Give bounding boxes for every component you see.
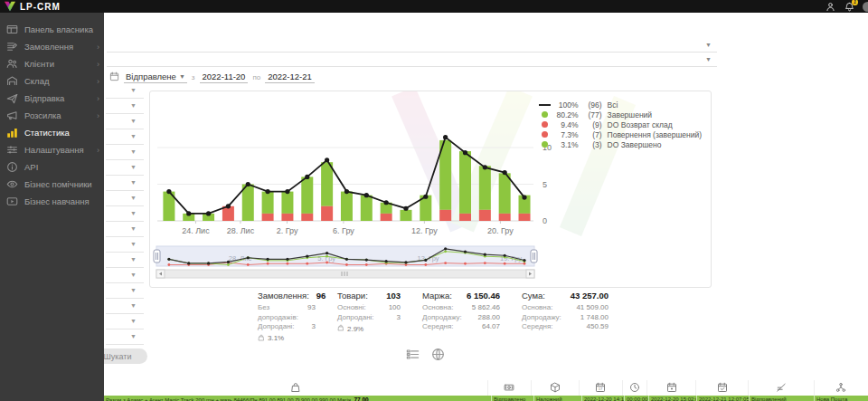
svg-text:0: 0 — [542, 216, 547, 225]
calendar-alarm-icon — [666, 380, 677, 396]
sidebar-item-label: Налаштування — [24, 145, 84, 155]
clients-icon — [6, 58, 18, 70]
notifications-bell-icon[interactable]: 1 — [844, 1, 854, 12]
legend-item[interactable]: 100%(96)Всі — [539, 100, 702, 110]
chevron-down-icon: ▼ — [130, 241, 137, 247]
sidebar-item-api[interactable]: API — [0, 158, 104, 176]
legend-item[interactable]: 7.3%(7)Повернення (завершений) — [539, 129, 702, 139]
sidebar-item-shipping[interactable]: Відправка› — [0, 90, 104, 107]
side-filter-select-3[interactable]: ▼ — [106, 116, 144, 129]
legend-item[interactable]: 80.2%(77)Завершений — [539, 110, 702, 119]
user-icon[interactable] — [825, 1, 835, 12]
orders-icon — [6, 41, 18, 53]
side-filter-select-8[interactable]: ▼ — [106, 193, 144, 206]
avatar[interactable] — [863, 2, 868, 12]
sidebar-item-warehouse[interactable]: Склад› — [0, 72, 104, 90]
chevron-down-icon: ▼ — [130, 210, 137, 216]
table-header-cell[interactable] — [646, 380, 695, 396]
status-lines-icon — [776, 380, 787, 396]
side-filter-select-5[interactable]: ▼ — [106, 147, 144, 160]
table-cell: Відправлений — [749, 396, 814, 401]
side-filter-select-17[interactable]: ▼ — [106, 331, 144, 345]
top-filter-select-1[interactable]: ▼ — [107, 39, 717, 53]
side-filter-select-16[interactable]: ▼ — [106, 316, 144, 329]
api-icon — [6, 161, 18, 173]
chevron-down-icon: ▼ — [130, 118, 137, 124]
sidebar-item-label: API — [24, 162, 38, 172]
svg-text:12. Гру: 12. Гру — [411, 226, 438, 235]
side-filter-select-9[interactable]: ▼ — [106, 208, 144, 222]
brand-logo[interactable]: LP-CRM — [0, 1, 61, 12]
chevron-down-icon: ▼ — [179, 73, 185, 80]
lp-crm-logo-icon — [4, 1, 16, 12]
table-header-cell[interactable] — [104, 380, 487, 396]
side-filter-select-6[interactable]: ▼ — [106, 162, 144, 176]
svg-text:2. Гру: 2. Гру — [277, 226, 298, 235]
sidebar-item-mailing[interactable]: Розсилка› — [0, 107, 104, 124]
table-cell: 2022-12-20 14:10:04 — [581, 396, 624, 401]
svg-text:6. Гру: 6. Гру — [333, 226, 354, 235]
svg-text:5: 5 — [542, 180, 547, 189]
date-from-input[interactable]: 2022-11-20 — [200, 72, 249, 83]
side-filter-select-11[interactable]: ▼ — [106, 239, 144, 253]
sidebar-item-clients[interactable]: Клієнти› — [0, 55, 104, 72]
date-to-input[interactable]: 2022-12-21 — [265, 72, 315, 83]
stat-title: Товари:103 — [337, 291, 401, 301]
navigator-handle-left[interactable] — [154, 250, 160, 263]
table-header-cell[interactable] — [814, 380, 868, 396]
navigator-handle-right[interactable] — [531, 250, 537, 263]
stat-sub-row: Допродані:3 — [337, 313, 401, 323]
table-header-cell[interactable]: 17 — [579, 380, 622, 396]
stat-sub-row: Допродажу:288.00 — [422, 313, 500, 323]
sidebar-item-owner-panel[interactable]: Панель власника — [0, 21, 104, 38]
table-header-cell[interactable] — [622, 380, 647, 396]
legend-dot-swatch — [542, 121, 548, 128]
side-filter-select-15[interactable]: ▼ — [106, 301, 144, 314]
chevron-down-icon: ▼ — [130, 179, 137, 186]
legend-item[interactable]: 3.1%(3)DO Завершено — [539, 139, 702, 149]
chevron-right-icon: › — [97, 60, 99, 69]
stat-column: Замовлення:96Без допродажів:93Допродані:… — [258, 291, 316, 343]
date-filter: Відправлене ▼ з 2022-11-20 по 2022-12-21 — [109, 70, 315, 84]
clock-icon — [629, 380, 640, 396]
bag-icon — [290, 380, 301, 396]
chevron-down-icon: ▼ — [130, 225, 137, 232]
legend-item[interactable]: 9.4%(9)DO Возврат склад — [539, 119, 702, 129]
table-row[interactable]: Разом з Адамс + Агент Magic Track 200 гр… — [104, 396, 868, 401]
side-filter-select-14[interactable]: ▼ — [106, 285, 144, 299]
table-cell: Відправлено — [491, 396, 533, 401]
calendar-icon — [109, 72, 119, 83]
list-toggle-button[interactable] — [405, 348, 420, 362]
table-header-cell[interactable] — [695, 380, 748, 396]
sidebar-item-helpers[interactable]: Бізнес помічники — [0, 176, 104, 193]
chevron-down-icon: ▼ — [130, 256, 137, 263]
side-filter-select-13[interactable]: ▼ — [106, 270, 144, 283]
stat-title: Сума:43 257.00 — [522, 291, 609, 301]
side-filter-select-1[interactable]: ▼ — [106, 85, 144, 99]
side-filter-select-2[interactable]: ▼ — [106, 100, 144, 114]
sidebar-item-settings[interactable]: Налаштування› — [0, 141, 104, 158]
table-header-icons: 17 — [104, 380, 868, 396]
sidebar-item-training[interactable]: Бізнес навчання — [0, 193, 104, 210]
top-filter-select-2[interactable]: ▼ — [107, 53, 717, 67]
date-type-select[interactable]: Відправлене ▼ — [124, 72, 187, 83]
chevron-down-icon: ▼ — [130, 164, 137, 170]
stat-sub-row: Основна:5 862.46 — [422, 303, 500, 313]
side-filter-select-12[interactable]: ▼ — [106, 254, 144, 268]
sidebar-item-label: Склад — [24, 76, 50, 86]
globe-toggle-button[interactable] — [430, 348, 445, 362]
side-filter-select-10[interactable]: ▼ — [106, 224, 144, 237]
main-content: ▼ ▼ Відправлене ▼ з 2022-11-20 по 2022-1… — [104, 13, 868, 401]
chart-scrollbar[interactable] — [156, 270, 534, 278]
table-header-cell[interactable] — [487, 380, 531, 396]
table-cell: 00:00:00 — [624, 396, 648, 401]
sidebar-item-label: Розсилка — [24, 110, 61, 120]
sidebar-item-orders[interactable]: Замовлення› — [0, 38, 104, 55]
table-header-cell[interactable] — [531, 380, 580, 396]
sidebar-item-statistics[interactable]: Статистика — [0, 124, 104, 141]
side-filter-select-4[interactable]: ▼ — [106, 131, 144, 145]
upsell-badge: 2.9% — [337, 324, 401, 333]
chart-navigator[interactable]: 28. Лис5. Гру13. Гру19. Гру — [154, 246, 537, 266]
side-filter-select-7[interactable]: ▼ — [106, 177, 144, 191]
table-header-cell[interactable] — [748, 380, 813, 396]
